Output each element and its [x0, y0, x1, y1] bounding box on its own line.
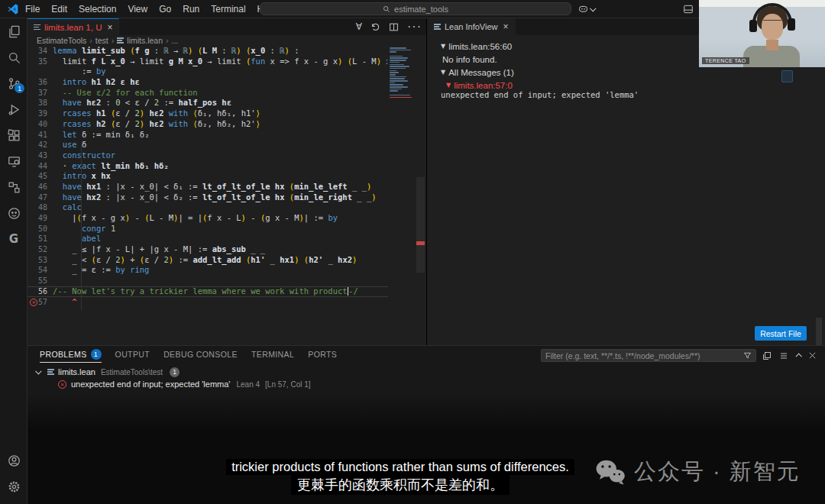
code-line-39[interactable]: 39 rcases h1 (ε / 2) hε2 with ⟨δ₁, hδ₁, …: [28, 108, 388, 119]
lean-infoview-toggle-icon[interactable]: ∀: [356, 21, 362, 32]
menu-go[interactable]: Go: [159, 4, 171, 15]
code-line-50[interactable]: 50 congr 1: [28, 224, 388, 234]
search-input[interactable]: estimate_tools: [260, 2, 571, 15]
infoview-hover-icon[interactable]: [781, 70, 793, 82]
subtitle-english: trickier products of functions rather th…: [226, 459, 574, 475]
breadcrumb-file[interactable]: limits.lean: [127, 36, 163, 45]
panel-tab-ports[interactable]: PORTS: [308, 346, 337, 363]
subtitle-chinese: 更棘手的函数乘积而不是差的和。: [291, 475, 510, 495]
editor-scrollbar[interactable]: [416, 177, 425, 273]
run-and-debug-icon[interactable]: [0, 96, 28, 122]
collapse-arrow-icon[interactable]: ▼: [441, 43, 445, 50]
layout-button[interactable]: [683, 4, 694, 18]
code-line-56[interactable]: 56/-- Now let's try a trickier lemma whe…: [28, 286, 388, 297]
code-line-54[interactable]: 54 _ = ε := by ring: [28, 265, 388, 276]
symbols-icon[interactable]: [0, 174, 28, 200]
menu-file[interactable]: File: [25, 4, 40, 15]
line-number: 48: [28, 202, 47, 213]
overview-ruler-error-mark: [416, 241, 425, 245]
close-tab-icon[interactable]: ×: [107, 22, 112, 33]
menu-bar: FileEditSelectionViewGoRunTerminalHelp: [25, 4, 276, 15]
filter-icon[interactable]: [743, 351, 752, 360]
code-line-45[interactable]: 45 intro x hx: [28, 171, 388, 182]
code-editor[interactable]: 34lemma limit_sub (f g : ℝ → ℝ) (L M : ℝ…: [28, 46, 388, 310]
code-line-36[interactable]: 36 intro h1 h2 ε hε: [28, 77, 388, 88]
minimap[interactable]: [387, 46, 416, 115]
panel-tab-terminal[interactable]: TERMINAL: [251, 346, 294, 363]
problems-count-badge: 1: [91, 349, 102, 360]
chevron-down-icon: [590, 5, 596, 11]
breadcrumb-folder[interactable]: test: [95, 36, 108, 45]
menu-selection[interactable]: Selection: [79, 4, 116, 15]
explorer-icon[interactable]: [0, 18, 28, 44]
editor-group: limits.lean 1, U × ∀ ··· EstimateTools ›…: [28, 18, 426, 345]
code-line-44[interactable]: 44 · exact lt_min hδ₁ hδ₂: [28, 161, 388, 172]
code-line-43[interactable]: 43 constructor: [28, 150, 388, 161]
restart-file-button[interactable]: Restart File: [755, 326, 807, 341]
remote-explorer-icon[interactable]: [0, 148, 28, 174]
infoview-entry[interactable]: ▼All Messages (1): [441, 66, 807, 79]
github-icon[interactable]: [0, 200, 28, 226]
maximize-panel-icon[interactable]: [795, 353, 801, 359]
panel-tab-output[interactable]: OUTPUT: [115, 346, 150, 363]
code-line-wrap[interactable]: := by: [28, 66, 388, 77]
search-icon: [383, 5, 390, 13]
panel-tab-problems[interactable]: PROBLEMS1: [40, 346, 102, 363]
gutter-error-icon: ×: [30, 299, 37, 306]
close-tab-icon[interactable]: ×: [503, 21, 509, 32]
code-line-42[interactable]: 42 use δ: [28, 140, 388, 150]
lean-file-icon: [34, 23, 40, 31]
line-number: 43: [28, 150, 47, 161]
error-icon: ×: [58, 380, 66, 389]
code-line-35[interactable]: 35 limit f L x_0 → limit g M x_0 → limit…: [28, 57, 388, 67]
problems-error-row[interactable]: × unexpected end of input; expected 'lem…: [58, 378, 311, 390]
problems-file-row[interactable]: limits.lean EstimateTools\test 1: [37, 366, 180, 378]
code-line-57[interactable]: ×57 ^: [28, 297, 388, 308]
code-line-48[interactable]: 48 calc: [28, 202, 388, 213]
code-line-38[interactable]: 38 have hε2 : 0 < ε / 2 := half_pos hε: [28, 98, 388, 108]
code-line-46[interactable]: 46 have hx1 : |x - x_0| < δ₁ := lt_of_lt…: [28, 182, 388, 192]
activity-bar: 1G: [0, 18, 28, 504]
lean-file-icon: [117, 37, 124, 45]
code-line-49[interactable]: 49 |(f x - g x) - (L - M)| = |(f x - L) …: [28, 213, 388, 224]
code-line-52[interactable]: 52 _ ≤ |f x - L| + |g x - M| := abs_sub …: [28, 244, 388, 255]
more-actions-icon[interactable]: ···: [407, 20, 422, 34]
code-line-37[interactable]: 37 -- Use ε/2 for each function: [28, 88, 388, 99]
line-number: 54: [28, 265, 47, 276]
menu-edit[interactable]: Edit: [51, 4, 67, 15]
copilot-button[interactable]: [578, 3, 596, 15]
code-line-53[interactable]: 53 _ < (ε / 2) + (ε / 2) := add_lt_add (…: [28, 255, 388, 266]
subtitles: trickier products of functions rather th…: [0, 459, 801, 495]
breadcrumb-folder[interactable]: EstimateTools: [37, 36, 86, 45]
code-line-47[interactable]: 47 have hx2 : |x - x_0| < δ₂ := lt_of_lt…: [28, 192, 388, 203]
tab-limits-lean[interactable]: limits.lean 1, U ×: [28, 18, 119, 35]
restart-server-icon[interactable]: [370, 22, 380, 32]
open-in-editor-icon[interactable]: [762, 351, 772, 360]
line-number: 53: [28, 255, 47, 266]
code-line-41[interactable]: 41 let δ := min δ₁ δ₂: [28, 130, 388, 141]
collapse-arrow-icon[interactable]: ▼: [441, 69, 445, 76]
menu-view[interactable]: View: [128, 4, 147, 15]
close-panel-icon[interactable]: [808, 351, 817, 360]
menu-run[interactable]: Run: [183, 4, 199, 15]
tab-lean-infoview[interactable]: Lean InfoView ×: [427, 18, 516, 35]
collapse-arrow-icon[interactable]: ▼: [446, 82, 451, 89]
code-line-51[interactable]: 51 abel: [28, 234, 388, 244]
source-control-icon[interactable]: 1: [0, 70, 28, 96]
code-line-34[interactable]: 34lemma limit_sub (f g : ℝ → ℝ) (L M : ℝ…: [28, 46, 388, 57]
search-icon[interactable]: [0, 44, 28, 70]
view-as-list-icon[interactable]: [779, 351, 788, 360]
panel-tab-debug-console[interactable]: DEBUG CONSOLE: [163, 346, 238, 363]
code-line-55[interactable]: 55: [28, 276, 388, 286]
chevron-down-icon[interactable]: [35, 368, 41, 374]
split-editor-icon[interactable]: [389, 22, 399, 32]
menu-terminal[interactable]: Terminal: [211, 4, 245, 15]
breadcrumb-symbol[interactable]: ...: [171, 36, 178, 45]
search-text: estimate_tools: [394, 5, 448, 14]
code-line-40[interactable]: 40 rcases h2 (ε / 2) hε2 with ⟨δ₂, hδ₂, …: [28, 119, 388, 130]
problems-filter-input[interactable]: Filter (e.g. text, **/*.ts, !**/node_mod…: [541, 349, 756, 362]
extensions-icon[interactable]: [0, 122, 28, 148]
line-number: 56: [28, 286, 47, 297]
breadcrumb[interactable]: EstimateTools › test › limits.lean › ...: [28, 35, 426, 46]
gitlens-icon[interactable]: G: [0, 226, 28, 252]
